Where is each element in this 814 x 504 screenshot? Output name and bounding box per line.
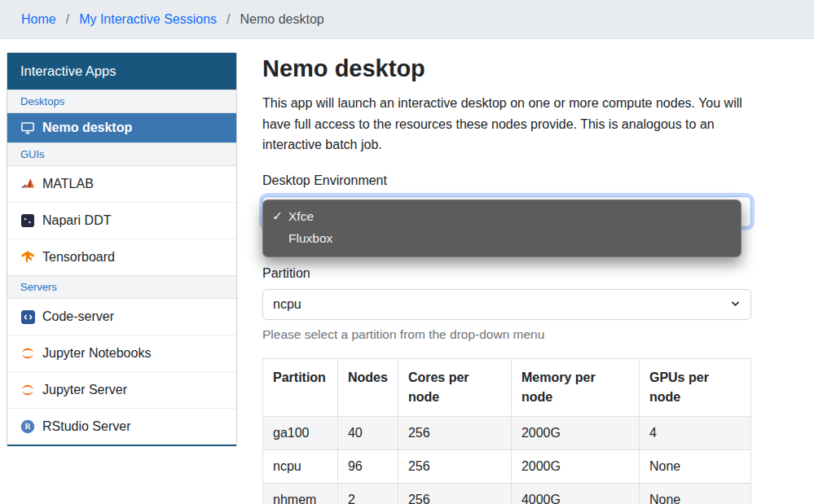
main-content: Nemo desktop This app will launch an int… — [237, 52, 814, 504]
page-title: Nemo desktop — [262, 55, 814, 82]
cell-partition: ga100 — [263, 416, 338, 449]
page-layout: Interactive Apps Desktops Nemo desktop G… — [0, 39, 814, 504]
sidebar-item-label: RStudio Server — [42, 419, 131, 434]
table-header-row: Partition Nodes Cores per node Memory pe… — [263, 358, 751, 416]
sidebar-item-label: Nemo desktop — [42, 121, 132, 135]
breadcrumb-current-page: Nemo desktop — [240, 12, 324, 27]
tensorboard-icon — [20, 250, 35, 265]
breadcrumb-sessions-link[interactable]: My Interactive Sessions — [79, 12, 217, 27]
sidebar-section-desktops: Desktops — [7, 90, 236, 113]
sidebar-section-guis: GUIs — [7, 142, 236, 166]
option-label: Xfce — [288, 205, 314, 227]
partition-label: Partition — [262, 266, 814, 281]
sidebar-item-label: Napari DDT — [42, 213, 111, 228]
jupyter-icon — [20, 383, 35, 397]
sidebar-item-label: Jupyter Notebooks — [42, 346, 151, 361]
breadcrumb-home-link[interactable]: Home — [21, 12, 56, 27]
jupyter-icon — [20, 346, 35, 361]
napari-icon — [20, 213, 35, 228]
cell-partition: ncpu — [263, 449, 338, 483]
rstudio-icon: R — [20, 419, 35, 434]
cell-memory: 4000G — [511, 483, 639, 504]
partition-info-table: Partition Nodes Cores per node Memory pe… — [262, 358, 751, 504]
cell-cores: 256 — [398, 416, 511, 449]
svg-text:R: R — [24, 422, 31, 431]
sidebar-item-label: Tensorboard — [42, 250, 115, 265]
partition-help-text: Please select a partition from the drop-… — [262, 327, 814, 342]
cell-nodes: 2 — [337, 483, 398, 504]
cell-memory: 2000G — [511, 416, 639, 449]
table-row: nhmem 2 256 4000G None — [263, 483, 751, 504]
desktop-environment-label: Desktop Environment — [262, 173, 814, 188]
table-header-gpus: GPUs per node — [639, 358, 750, 416]
sidebar-item-nemo-desktop[interactable]: Nemo desktop — [7, 113, 236, 142]
sidebar-item-jupyter-server[interactable]: Jupyter Server — [7, 371, 236, 408]
code-server-icon — [20, 309, 35, 324]
breadcrumb-separator: / — [66, 12, 69, 27]
dropdown-option-fluxbox[interactable]: Fluxbox — [262, 227, 741, 249]
option-label: Fluxbox — [288, 227, 332, 249]
checkmark-icon: ✓ — [272, 205, 284, 227]
cell-partition: nhmem — [263, 483, 338, 504]
desktop-environment-dropdown: ✓ Xfce Fluxbox — [262, 199, 741, 257]
selected-value: ncpu — [273, 297, 301, 312]
sidebar-item-label: Code-server — [42, 309, 114, 324]
table-row: ncpu 96 256 2000G None — [263, 449, 751, 483]
table-header-partition: Partition — [263, 358, 338, 416]
table-header-nodes: Nodes — [337, 358, 398, 416]
cell-cores: 256 — [398, 449, 511, 483]
cell-nodes: 40 — [337, 416, 398, 449]
matlab-icon — [20, 177, 35, 191]
sidebar-item-label: MATLAB — [42, 177, 94, 191]
table-header-cores: Cores per node — [398, 358, 511, 416]
sidebar-item-rstudio-server[interactable]: R RStudio Server — [7, 408, 236, 445]
sidebar-item-code-server[interactable]: Code-server — [7, 299, 236, 335]
sidebar-item-napari-ddt[interactable]: Napari DDT — [7, 202, 236, 239]
cell-cores: 256 — [398, 483, 511, 504]
table-header-memory: Memory per node — [511, 358, 639, 416]
sidebar-title: Interactive Apps — [7, 53, 236, 90]
cell-gpus: None — [639, 449, 750, 483]
sidebar-item-matlab[interactable]: MATLAB — [7, 166, 236, 202]
sidebar-item-tensorboard[interactable]: Tensorboard — [7, 239, 236, 275]
sidebar-item-label: Jupyter Server — [42, 383, 127, 397]
sidebar: Interactive Apps Desktops Nemo desktop G… — [7, 52, 237, 446]
sidebar-item-jupyter-notebooks[interactable]: Jupyter Notebooks — [7, 335, 236, 371]
desktop-environment-field: Desktop Environment Xfce ✓ Xfce Fluxbox — [262, 173, 814, 227]
chevron-down-icon — [730, 297, 741, 312]
table-row: ga100 40 256 2000G 4 — [263, 416, 751, 449]
partition-field: Partition ncpu Please select a partition… — [262, 266, 814, 342]
breadcrumb-separator: / — [227, 12, 230, 27]
cell-gpus: None — [639, 483, 750, 504]
dropdown-option-xfce[interactable]: ✓ Xfce — [262, 205, 741, 227]
breadcrumb: Home / My Interactive Sessions / Nemo de… — [0, 0, 814, 39]
cell-memory: 2000G — [511, 449, 639, 483]
cell-nodes: 96 — [337, 449, 398, 483]
sidebar-section-servers: Servers — [7, 275, 236, 299]
desktop-icon — [20, 121, 35, 135]
app-description: This app will launch an interactive desk… — [262, 93, 751, 156]
cell-gpus: 4 — [639, 416, 750, 449]
partition-select[interactable]: ncpu — [262, 289, 751, 320]
